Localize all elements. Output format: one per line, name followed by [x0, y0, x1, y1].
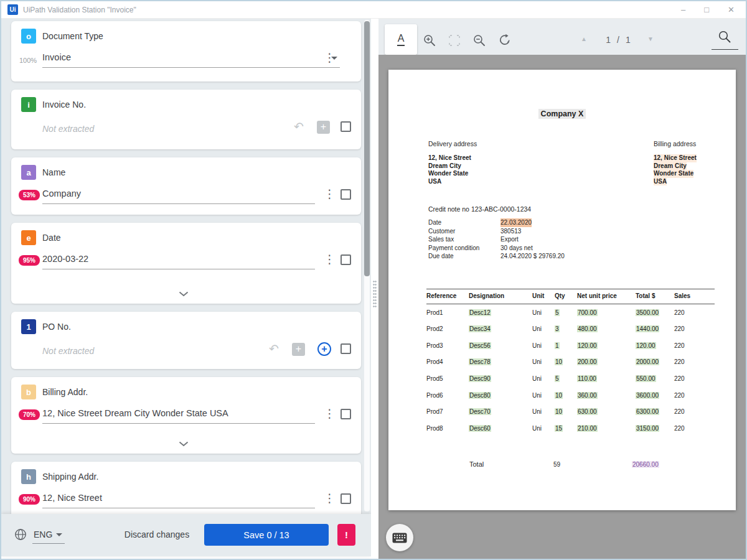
- doc-highlight-field[interactable]: 200.00: [577, 358, 598, 365]
- doc-highlight-field[interactable]: Desc60: [469, 425, 491, 432]
- field-checkbox[interactable]: [341, 254, 351, 265]
- page-down-icon[interactable]: ▼: [647, 35, 654, 42]
- field-value-input[interactable]: 12, Nice Street Dream City Wonder State …: [42, 408, 315, 424]
- maximize-button[interactable]: □: [704, 5, 709, 15]
- doc-highlight-field[interactable]: Desc56: [469, 342, 491, 349]
- virtual-keyboard-button[interactable]: [386, 524, 413, 551]
- language-caret-icon[interactable]: [56, 533, 62, 536]
- field-value-empty: Not extracted: [42, 346, 94, 356]
- field-menu-button[interactable]: ⋮: [324, 492, 331, 505]
- field-card-po-no: 1PO No.Not extracted↶++: [11, 312, 361, 369]
- doc-highlight-field[interactable]: 10: [555, 358, 563, 365]
- doc-highlight-field[interactable]: 10: [555, 408, 563, 415]
- invoice-page: Company X Delivery address Billing addre…: [388, 70, 736, 510]
- field-checkbox[interactable]: [341, 409, 351, 419]
- field-menu-button[interactable]: ⋮: [324, 253, 331, 266]
- doc-highlight-field[interactable]: Dream City: [654, 162, 687, 170]
- add-extraction-button[interactable]: +: [317, 342, 331, 356]
- doc-highlight-field[interactable]: 120.00: [636, 342, 656, 349]
- undo-icon[interactable]: ↶: [269, 342, 279, 356]
- field-value-input[interactable]: 2020-03-22: [42, 254, 315, 269]
- doc-highlight-field[interactable]: Desc34: [469, 325, 491, 332]
- doc-highlight-field[interactable]: 3: [555, 325, 560, 332]
- doc-highlight-field[interactable]: Desc70: [469, 408, 491, 415]
- doc-address-line: USA: [654, 178, 697, 186]
- page-up-icon[interactable]: ▲: [581, 35, 587, 42]
- add-value-button[interactable]: +: [317, 121, 330, 134]
- field-value-input[interactable]: Invoice: [42, 52, 340, 68]
- alert-button[interactable]: !: [337, 524, 355, 546]
- undo-icon[interactable]: ↶: [294, 119, 304, 134]
- doc-highlight-field[interactable]: 480.00: [577, 325, 598, 332]
- doc-highlight-field[interactable]: 5: [555, 375, 560, 382]
- field-label: Document Type: [42, 31, 103, 41]
- add-value-button[interactable]: +: [292, 343, 305, 356]
- language-selector[interactable]: ENG: [34, 530, 52, 539]
- doc-table-header-cell: Net unit price: [577, 289, 636, 304]
- doc-highlight-field[interactable]: 210.00: [577, 425, 598, 432]
- fields-scrollbar[interactable]: [364, 20, 370, 511]
- field-value-input[interactable]: 12, Nice Street: [42, 493, 315, 508]
- doc-highlight-field[interactable]: Desc90: [469, 375, 491, 382]
- zoom-out-icon[interactable]: [472, 33, 487, 48]
- doc-highlight-field[interactable]: 110.00: [577, 375, 597, 382]
- zoom-in-icon[interactable]: [422, 33, 437, 48]
- doc-highlight-field[interactable]: USA: [654, 178, 667, 186]
- doc-highlight-field[interactable]: 700.00: [577, 309, 598, 316]
- page-separator: /: [617, 35, 619, 45]
- doc-table-cell: Uni: [532, 337, 555, 354]
- doc-highlight-field[interactable]: Desc80: [469, 392, 491, 399]
- search-icon[interactable]: [717, 29, 732, 44]
- actions-footer: ENG Discard changes Save 0 / 13 !: [1, 514, 371, 556]
- doc-info-row: Customer380513: [428, 227, 565, 236]
- doc-highlight-field[interactable]: Desc78: [469, 358, 491, 365]
- doc-delivery-address[interactable]: 12, Nice StreetDream CityWonder StateUSA: [428, 154, 471, 185]
- minimize-button[interactable]: –: [681, 5, 685, 15]
- save-button[interactable]: Save 0 / 13: [204, 524, 329, 546]
- doc-highlight-field[interactable]: 3150.00: [636, 425, 659, 432]
- confidence-badge: 90%: [19, 494, 40, 505]
- doc-highlight-field[interactable]: 630.00: [577, 408, 598, 415]
- field-checkbox[interactable]: [341, 121, 351, 132]
- splitter-grip-icon[interactable]: [373, 280, 377, 309]
- panel-splitter[interactable]: [371, 19, 378, 559]
- expand-chevron-icon[interactable]: [179, 441, 194, 449]
- doc-highlight-field[interactable]: 15: [555, 425, 563, 432]
- doc-highlight-field[interactable]: 1440.00: [636, 325, 659, 332]
- doc-company-name[interactable]: Company X: [388, 110, 736, 118]
- field-menu-button[interactable]: ⋮: [324, 51, 331, 65]
- field-checkbox[interactable]: [341, 493, 351, 504]
- doc-highlight-field[interactable]: 550.00: [636, 375, 656, 382]
- doc-info-value[interactable]: 22.03.2020: [500, 218, 532, 227]
- doc-highlight-field[interactable]: 10: [555, 392, 563, 399]
- page-total: 1: [626, 35, 631, 45]
- fields-scrollbar-thumb[interactable]: [364, 21, 370, 276]
- doc-highlight-field[interactable]: 3600.00: [636, 392, 659, 399]
- field-checkbox[interactable]: [341, 189, 351, 200]
- doc-highlight-field[interactable]: 3500.00: [636, 309, 659, 316]
- text-selection-button[interactable]: A: [385, 24, 417, 55]
- doc-highlight-field[interactable]: 360.00: [577, 392, 598, 399]
- doc-highlight-field[interactable]: 6300.00: [636, 408, 659, 415]
- doc-highlight-field[interactable]: 12, Nice Street: [654, 154, 697, 162]
- discard-changes-button[interactable]: Discard changes: [113, 530, 200, 539]
- document-viewer[interactable]: Company X Delivery address Billing addre…: [378, 55, 746, 559]
- field-menu-button[interactable]: ⋮: [324, 187, 331, 201]
- rotate-icon[interactable]: [497, 33, 512, 48]
- doc-highlight-field[interactable]: 5: [555, 309, 560, 316]
- doc-table-cell: 3150.00: [636, 420, 674, 437]
- doc-billing-address[interactable]: 12, Nice StreetDream CityWonder StateUSA: [654, 154, 697, 185]
- fit-to-screen-icon[interactable]: [447, 33, 462, 48]
- doc-highlight-field[interactable]: 1: [555, 342, 560, 349]
- doc-table-cell: Desc70: [469, 404, 532, 421]
- doc-highlight-field[interactable]: Wonder State: [654, 170, 693, 178]
- doc-highlight-field[interactable]: 120.00: [577, 342, 598, 349]
- field-menu-button[interactable]: ⋮: [324, 407, 331, 421]
- field-checkbox[interactable]: [341, 343, 351, 354]
- doc-total-amount[interactable]: 20660.00: [632, 461, 659, 468]
- doc-highlight-field[interactable]: 2000.00: [636, 358, 659, 365]
- close-button[interactable]: ✕: [728, 5, 735, 15]
- expand-chevron-icon[interactable]: [179, 291, 194, 299]
- field-value-input[interactable]: Company: [42, 189, 315, 204]
- doc-highlight-field[interactable]: Desc12: [469, 309, 491, 316]
